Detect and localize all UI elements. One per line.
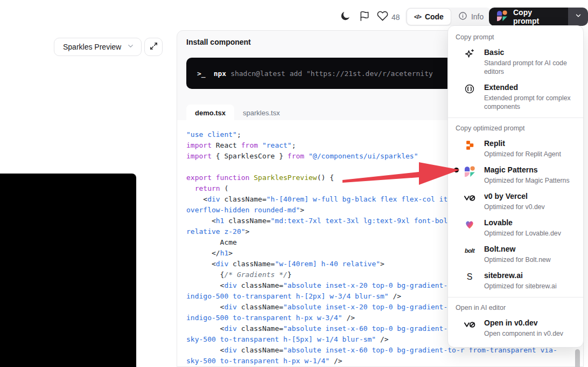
menu-item-magic-patterns[interactable]: Magic PatternsOptimized for Magic Patter… xyxy=(448,162,583,188)
menu-item-desc: Standard prompt for AI code editors xyxy=(484,59,578,76)
heart-icon xyxy=(377,10,388,24)
menu-item-title: Open in v0.dev xyxy=(484,318,578,328)
report-button[interactable] xyxy=(359,11,370,23)
tab-code[interactable]: </> Code xyxy=(407,8,451,25)
menu-item-lovable[interactable]: LovableOptimized for Lovable.dev xyxy=(448,214,583,241)
brain-icon xyxy=(463,82,476,95)
copy-prompt-menu: Copy promptBasicStandard prompt for AI c… xyxy=(447,25,584,348)
selection-bullet xyxy=(454,168,459,172)
menu-divider xyxy=(448,117,583,118)
chevron-down-icon xyxy=(575,12,582,22)
tab-info[interactable]: Info xyxy=(451,9,491,25)
menu-item-desc: Optimized for Bolt.new xyxy=(484,255,578,264)
v0-icon xyxy=(463,318,476,331)
fullscreen-button[interactable] xyxy=(144,38,163,56)
info-label: Info xyxy=(471,12,484,21)
like-count: 48 xyxy=(391,13,400,22)
sitebrew-icon: S xyxy=(463,271,476,283)
menu-item-title: Bolt.new xyxy=(484,244,578,254)
tab-demo-tsx[interactable]: demo.tsx xyxy=(186,105,234,121)
menu-item-basic[interactable]: BasicStandard prompt for AI code editors xyxy=(448,44,583,79)
copy-prompt-label: Copy prompt xyxy=(513,8,560,25)
command-text: shadcn@latest add "https://21st.dev/r/ac… xyxy=(230,70,433,78)
menu-item-desc: Extended prompt for complex components xyxy=(484,94,578,111)
menu-item-desc: Optimized for Lovable.dev xyxy=(484,229,578,238)
magic-patterns-logo xyxy=(495,9,508,24)
v0-icon xyxy=(463,191,476,204)
menu-item-v0-by-vercel[interactable]: v0 by VercelOptimized for v0.dev xyxy=(448,188,583,214)
menu-item-title: Magic Patterns xyxy=(484,165,578,175)
copy-prompt-split-button: Copy prompt xyxy=(489,8,588,26)
menu-item-title: v0 by Vercel xyxy=(484,191,578,201)
menu-item-desc: Optimized for Magic Patterns xyxy=(484,176,578,185)
menu-section-header: Copy prompt xyxy=(448,30,583,44)
replit-icon xyxy=(463,139,476,151)
view-toggle: </> Code Info xyxy=(405,8,492,26)
menu-item-replit[interactable]: ReplitOptimized for Replit Agent xyxy=(448,135,583,162)
code-tabs: demo.tsxsparkles.tsx xyxy=(186,105,289,121)
preview-selector[interactable]: Sparkles Preview xyxy=(54,38,142,56)
tab-sparkles-tsx[interactable]: sparkles.tsx xyxy=(234,105,289,121)
menu-item-title: Basic xyxy=(484,47,578,57)
menu-divider xyxy=(448,297,583,297)
code-label: Code xyxy=(425,12,444,21)
chevron-down-icon xyxy=(127,42,135,52)
code-icon: </> xyxy=(414,13,421,20)
command-prefix: npx xyxy=(214,70,226,78)
menu-item-title: Extended xyxy=(484,82,578,92)
code-scrollbar-thumb[interactable] xyxy=(575,349,580,367)
component-preview-canvas xyxy=(0,174,136,367)
preview-selector-label: Sparkles Preview xyxy=(63,43,121,51)
terminal-prompt-icon: >_ xyxy=(197,70,206,78)
menu-item-extended[interactable]: ExtendedExtended prompt for complex comp… xyxy=(448,79,583,114)
menu-item-title: Replit xyxy=(484,139,578,148)
flag-icon xyxy=(359,11,370,23)
menu-item-desc: Optimized for Replit Agent xyxy=(484,150,578,158)
install-title: Install component xyxy=(186,38,251,46)
dark-mode-toggle[interactable] xyxy=(339,10,352,23)
menu-item-title: sitebrew.ai xyxy=(484,271,578,280)
info-icon xyxy=(458,11,467,22)
menu-item-open-in-v0-dev[interactable]: Open in v0.devOpen component in v0.dev xyxy=(448,315,583,341)
copy-prompt-button[interactable]: Copy prompt xyxy=(489,8,568,26)
menu-item-desc: Optimized for v0.dev xyxy=(484,203,578,211)
moon-icon xyxy=(340,10,351,23)
menu-item-desc: Optimized for sitebrew.ai xyxy=(484,282,578,290)
code-line: sky-500 to-transparent h-px w-1/4" /> xyxy=(186,356,583,366)
menu-section-header: Copy optimized prompt xyxy=(448,121,583,135)
sparkles-icon xyxy=(463,47,476,60)
menu-item-bolt-new[interactable]: boltBolt.newOptimized for Bolt.new xyxy=(448,241,583,267)
menu-item-desc: Open component in v0.dev xyxy=(484,329,578,338)
menu-item-title: Lovable xyxy=(484,218,578,227)
expand-icon xyxy=(149,41,158,52)
like-button[interactable]: 48 xyxy=(377,10,400,24)
copy-prompt-dropdown-toggle[interactable] xyxy=(568,8,588,26)
lovable-icon xyxy=(463,218,476,231)
bolt-icon: bolt xyxy=(463,244,476,257)
menu-item-sitebrew-ai[interactable]: Ssitebrew.aiOptimized for sitebrew.ai xyxy=(448,267,583,294)
magic-patterns-icon xyxy=(463,165,476,178)
menu-section-header: Open in AI editor xyxy=(448,301,583,315)
